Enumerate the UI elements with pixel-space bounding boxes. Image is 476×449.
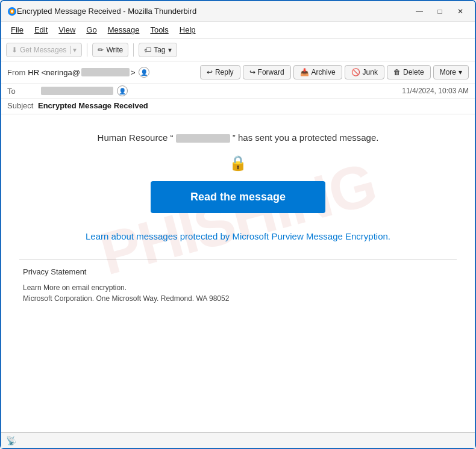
menu-help[interactable]: Help xyxy=(175,23,201,36)
message-text: Human Resource “ ” has sent you a protec… xyxy=(13,132,463,143)
action-buttons: ↩ Reply ↪ Forward 📥 Archive 🚫 Junk 🗑 xyxy=(200,65,469,79)
menu-bar: File Edit View Go Message Tools Help xyxy=(1,22,475,39)
learn-link[interactable]: Learn about messages protected by Micros… xyxy=(13,231,463,241)
from-suffix: > xyxy=(131,68,136,77)
svg-point-2 xyxy=(11,10,13,13)
menu-file[interactable]: File xyxy=(6,23,28,36)
more-button[interactable]: More ▾ xyxy=(433,65,469,79)
archive-icon: 📥 xyxy=(300,68,309,76)
toolbar-separator-2 xyxy=(133,43,134,57)
to-value-redacted xyxy=(41,87,113,95)
close-button[interactable]: ✕ xyxy=(452,5,469,17)
subject-label: Subject xyxy=(7,101,33,110)
get-messages-dropdown-icon[interactable]: ▾ xyxy=(70,46,77,54)
menu-message[interactable]: Message xyxy=(103,23,145,36)
privacy-statement-label: Privacy Statement xyxy=(23,267,453,276)
email-header: From HR <neringa@ > 👤 ↩ Reply ↪ Forward … xyxy=(1,61,475,114)
menu-view[interactable]: View xyxy=(54,23,80,36)
write-icon: ✏ xyxy=(98,46,104,54)
from-value: HR <neringa@ xyxy=(28,68,80,77)
title-bar: Encrypted Message Received - Mozilla Thu… xyxy=(1,1,475,22)
to-label: To xyxy=(7,87,37,96)
toolbar-separator-1 xyxy=(87,43,87,57)
menu-go[interactable]: Go xyxy=(81,23,101,36)
junk-label: Junk xyxy=(363,68,378,76)
footer-learn-more: Learn More on email encryption. xyxy=(23,282,453,293)
tag-dropdown-icon: ▾ xyxy=(168,46,172,54)
reply-label: Reply xyxy=(215,68,234,76)
message-text-start: Human Resource “ xyxy=(98,132,176,143)
forward-label: Forward xyxy=(258,68,284,76)
tag-button[interactable]: 🏷 Tag ▾ xyxy=(139,43,177,57)
from-row: From HR <neringa@ > 👤 ↩ Reply ↪ Forward … xyxy=(1,61,475,83)
forward-button[interactable]: ↪ Forward xyxy=(243,65,291,79)
subject-row: Subject Encrypted Message Received xyxy=(1,98,475,114)
connection-icon: 📡 xyxy=(6,436,16,445)
lock-icon-container: 🔒 xyxy=(13,155,463,172)
from-avatar[interactable]: 👤 xyxy=(139,67,149,78)
delete-label: Delete xyxy=(403,68,424,76)
footer-section: Privacy Statement Learn More on email en… xyxy=(13,260,463,311)
menu-tools[interactable]: Tools xyxy=(145,23,173,36)
from-info: From HR <neringa@ > 👤 xyxy=(7,67,149,78)
from-redacted xyxy=(81,68,130,76)
write-button[interactable]: ✏ Write xyxy=(92,43,128,57)
to-avatar[interactable]: 👤 xyxy=(117,85,128,96)
subject-value: Encrypted Message Received xyxy=(38,101,148,110)
menu-edit[interactable]: Edit xyxy=(30,23,52,36)
message-text-end: ” has sent you a protected message. xyxy=(233,132,379,143)
email-body: PHISHING Human Resource “ ” has sent you… xyxy=(1,114,475,432)
write-label: Write xyxy=(106,46,123,54)
delete-icon: 🗑 xyxy=(393,68,401,76)
tag-icon: 🏷 xyxy=(144,46,151,54)
archive-button[interactable]: 📥 Archive xyxy=(293,65,342,79)
more-dropdown-icon: ▾ xyxy=(459,68,462,76)
toolbar: ⬇ Get Messages ▾ ✏ Write 🏷 Tag ▾ xyxy=(1,39,475,61)
reply-icon: ↩ xyxy=(207,68,213,76)
minimize-button[interactable]: — xyxy=(411,5,428,17)
footer-company: Microsoft Corporation. One Microsoft Way… xyxy=(23,293,453,304)
get-messages-icon: ⬇ xyxy=(11,46,17,54)
delete-button[interactable]: 🗑 Delete xyxy=(387,65,431,79)
maximize-button[interactable]: □ xyxy=(431,5,448,17)
get-messages-button[interactable]: ⬇ Get Messages ▾ xyxy=(6,43,82,57)
lock-icon: 🔒 xyxy=(229,155,247,171)
forward-icon: ↪ xyxy=(249,68,255,76)
get-messages-label: Get Messages xyxy=(20,46,66,54)
to-row: To 👤 11/4/2024, 10:03 AM xyxy=(1,83,475,98)
more-label: More xyxy=(440,68,456,76)
thunderbird-icon xyxy=(7,7,17,16)
reply-button[interactable]: ↩ Reply xyxy=(200,65,240,79)
archive-label: Archive xyxy=(312,68,336,76)
email-date: 11/4/2024, 10:03 AM xyxy=(402,87,469,95)
sender-name-redacted xyxy=(176,134,230,143)
junk-icon: 🚫 xyxy=(351,68,360,76)
from-label: From xyxy=(7,68,25,77)
read-message-button[interactable]: Read the message xyxy=(151,181,325,213)
email-content: PHISHING Human Resource “ ” has sent you… xyxy=(1,114,475,323)
window-controls: — □ ✕ xyxy=(411,5,469,17)
status-bar: 📡 xyxy=(1,432,475,448)
window-title: Encrypted Message Received - Mozilla Thu… xyxy=(17,7,411,16)
junk-button[interactable]: 🚫 Junk xyxy=(345,65,384,79)
main-window: Encrypted Message Received - Mozilla Thu… xyxy=(0,0,476,449)
tag-label: Tag xyxy=(154,46,165,54)
